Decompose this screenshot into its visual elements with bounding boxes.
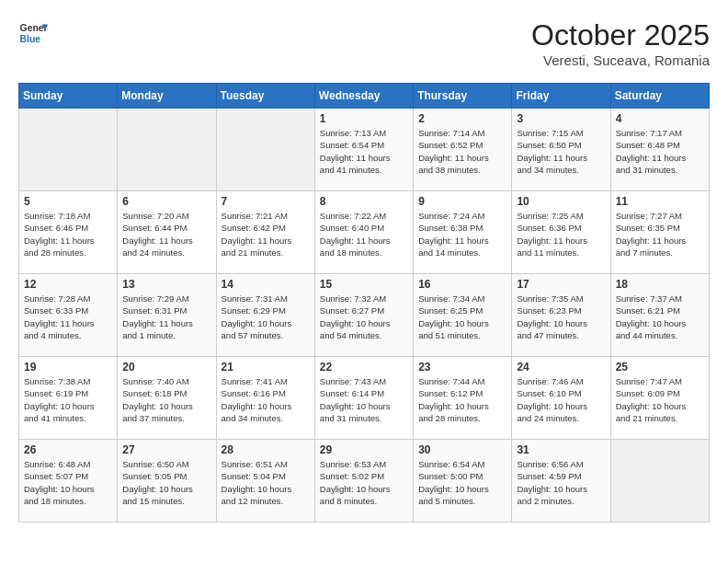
location: Veresti, Suceava, Romania	[531, 52, 710, 68]
calendar-cell: 15Sunrise: 7:32 AM Sunset: 6:27 PM Dayli…	[314, 274, 413, 357]
day-info: Sunrise: 6:50 AM Sunset: 5:05 PM Dayligh…	[122, 458, 210, 507]
day-info: Sunrise: 6:53 AM Sunset: 5:02 PM Dayligh…	[320, 458, 408, 507]
calendar-cell: 9Sunrise: 7:24 AM Sunset: 6:38 PM Daylig…	[414, 191, 512, 274]
day-number: 29	[320, 443, 408, 456]
day-info: Sunrise: 6:54 AM Sunset: 5:00 PM Dayligh…	[418, 458, 506, 507]
day-number: 8	[320, 195, 408, 208]
calendar-cell: 17Sunrise: 7:35 AM Sunset: 6:23 PM Dayli…	[512, 274, 610, 357]
day-info: Sunrise: 7:40 AM Sunset: 6:18 PM Dayligh…	[122, 375, 210, 424]
day-info: Sunrise: 7:34 AM Sunset: 6:25 PM Dayligh…	[418, 293, 506, 341]
day-info: Sunrise: 7:18 AM Sunset: 6:46 PM Dayligh…	[24, 210, 112, 259]
calendar-cell: 22Sunrise: 7:43 AM Sunset: 6:14 PM Dayli…	[314, 357, 413, 440]
page-header: General Blue October 2025 Veresti, Sucea…	[18, 18, 710, 68]
day-number: 12	[24, 278, 112, 291]
calendar-cell: 3Sunrise: 7:15 AM Sunset: 6:50 PM Daylig…	[512, 109, 610, 191]
day-number: 5	[24, 195, 112, 208]
calendar-cell: 23Sunrise: 7:44 AM Sunset: 6:12 PM Dayli…	[414, 357, 512, 440]
day-info: Sunrise: 7:13 AM Sunset: 6:54 PM Dayligh…	[320, 127, 408, 176]
title-block: October 2025 Veresti, Suceava, Romania	[531, 18, 710, 68]
day-number: 19	[24, 361, 112, 373]
day-info: Sunrise: 7:43 AM Sunset: 6:14 PM Dayligh…	[320, 375, 408, 424]
day-info: Sunrise: 7:41 AM Sunset: 6:16 PM Dayligh…	[222, 375, 310, 424]
calendar-cell: 6Sunrise: 7:20 AM Sunset: 6:44 PM Daylig…	[118, 191, 216, 274]
calendar-cell: 28Sunrise: 6:51 AM Sunset: 5:04 PM Dayli…	[216, 440, 314, 523]
day-number: 28	[222, 443, 310, 456]
day-number: 6	[122, 195, 210, 208]
day-info: Sunrise: 7:46 AM Sunset: 6:10 PM Dayligh…	[517, 375, 605, 424]
day-number: 22	[320, 361, 408, 373]
weekday-header: Sunday	[19, 84, 118, 109]
calendar-cell	[610, 440, 709, 523]
calendar-cell: 25Sunrise: 7:47 AM Sunset: 6:09 PM Dayli…	[610, 357, 709, 440]
calendar-table: SundayMondayTuesdayWednesdayThursdayFrid…	[18, 83, 710, 523]
calendar-cell: 13Sunrise: 7:29 AM Sunset: 6:31 PM Dayli…	[118, 274, 216, 357]
day-info: Sunrise: 7:20 AM Sunset: 6:44 PM Dayligh…	[122, 210, 210, 259]
calendar-cell	[216, 109, 314, 191]
day-info: Sunrise: 7:31 AM Sunset: 6:29 PM Dayligh…	[222, 293, 310, 341]
day-number: 17	[517, 278, 605, 291]
calendar-cell: 8Sunrise: 7:22 AM Sunset: 6:40 PM Daylig…	[314, 191, 413, 274]
calendar-cell: 2Sunrise: 7:14 AM Sunset: 6:52 PM Daylig…	[414, 109, 512, 191]
day-number: 10	[517, 195, 605, 208]
day-info: Sunrise: 7:22 AM Sunset: 6:40 PM Dayligh…	[320, 210, 408, 259]
day-info: Sunrise: 6:48 AM Sunset: 5:07 PM Dayligh…	[24, 458, 112, 507]
day-info: Sunrise: 7:37 AM Sunset: 6:21 PM Dayligh…	[616, 293, 704, 341]
day-info: Sunrise: 7:28 AM Sunset: 6:33 PM Dayligh…	[24, 293, 112, 341]
calendar-cell: 20Sunrise: 7:40 AM Sunset: 6:18 PM Dayli…	[118, 357, 216, 440]
day-number: 1	[320, 112, 408, 125]
weekday-header: Friday	[512, 84, 610, 109]
weekday-header: Thursday	[414, 84, 512, 109]
month-title: October 2025	[531, 18, 710, 52]
day-info: Sunrise: 7:38 AM Sunset: 6:19 PM Dayligh…	[24, 375, 112, 424]
day-number: 4	[616, 112, 704, 125]
calendar-cell: 4Sunrise: 7:17 AM Sunset: 6:48 PM Daylig…	[610, 109, 709, 191]
day-number: 16	[418, 278, 506, 291]
day-number: 24	[517, 361, 605, 373]
day-info: Sunrise: 6:56 AM Sunset: 4:59 PM Dayligh…	[517, 458, 605, 507]
day-number: 18	[616, 278, 704, 291]
calendar-cell: 14Sunrise: 7:31 AM Sunset: 6:29 PM Dayli…	[216, 274, 314, 357]
day-info: Sunrise: 7:29 AM Sunset: 6:31 PM Dayligh…	[122, 293, 210, 341]
day-number: 3	[517, 112, 605, 125]
day-info: Sunrise: 7:47 AM Sunset: 6:09 PM Dayligh…	[616, 375, 704, 424]
day-info: Sunrise: 7:24 AM Sunset: 6:38 PM Dayligh…	[418, 210, 506, 259]
calendar-cell: 30Sunrise: 6:54 AM Sunset: 5:00 PM Dayli…	[414, 440, 512, 523]
svg-text:Blue: Blue	[20, 34, 41, 44]
calendar-cell: 19Sunrise: 7:38 AM Sunset: 6:19 PM Dayli…	[19, 357, 118, 440]
day-number: 15	[320, 278, 408, 291]
day-number: 20	[122, 361, 210, 373]
calendar-cell: 10Sunrise: 7:25 AM Sunset: 6:36 PM Dayli…	[512, 191, 610, 274]
day-info: Sunrise: 7:44 AM Sunset: 6:12 PM Dayligh…	[418, 375, 506, 424]
day-info: Sunrise: 7:32 AM Sunset: 6:27 PM Dayligh…	[320, 293, 408, 341]
day-number: 25	[616, 361, 704, 373]
calendar-cell: 24Sunrise: 7:46 AM Sunset: 6:10 PM Dayli…	[512, 357, 610, 440]
calendar-cell: 29Sunrise: 6:53 AM Sunset: 5:02 PM Dayli…	[314, 440, 413, 523]
calendar-cell: 31Sunrise: 6:56 AM Sunset: 4:59 PM Dayli…	[512, 440, 610, 523]
day-number: 27	[122, 443, 210, 456]
day-number: 9	[418, 195, 506, 208]
day-number: 31	[517, 443, 605, 456]
day-info: Sunrise: 7:17 AM Sunset: 6:48 PM Dayligh…	[616, 127, 704, 176]
calendar-cell: 27Sunrise: 6:50 AM Sunset: 5:05 PM Dayli…	[118, 440, 216, 523]
day-info: Sunrise: 7:21 AM Sunset: 6:42 PM Dayligh…	[222, 210, 310, 259]
day-number: 14	[222, 278, 310, 291]
calendar-cell: 21Sunrise: 7:41 AM Sunset: 6:16 PM Dayli…	[216, 357, 314, 440]
calendar-cell: 11Sunrise: 7:27 AM Sunset: 6:35 PM Dayli…	[610, 191, 709, 274]
weekday-header: Tuesday	[216, 84, 314, 109]
weekday-header: Saturday	[610, 84, 709, 109]
day-info: Sunrise: 6:51 AM Sunset: 5:04 PM Dayligh…	[222, 458, 310, 507]
day-number: 13	[122, 278, 210, 291]
logo-icon: General Blue	[18, 18, 48, 48]
calendar-cell: 12Sunrise: 7:28 AM Sunset: 6:33 PM Dayli…	[19, 274, 118, 357]
day-info: Sunrise: 7:25 AM Sunset: 6:36 PM Dayligh…	[517, 210, 605, 259]
day-number: 30	[418, 443, 506, 456]
logo: General Blue	[18, 18, 48, 48]
calendar-cell: 5Sunrise: 7:18 AM Sunset: 6:46 PM Daylig…	[19, 191, 118, 274]
day-info: Sunrise: 7:14 AM Sunset: 6:52 PM Dayligh…	[418, 127, 506, 176]
calendar-cell: 1Sunrise: 7:13 AM Sunset: 6:54 PM Daylig…	[314, 109, 413, 191]
weekday-header: Wednesday	[314, 84, 413, 109]
day-number: 23	[418, 361, 506, 373]
calendar-cell	[118, 109, 216, 191]
day-number: 11	[616, 195, 704, 208]
calendar-cell	[19, 109, 118, 191]
